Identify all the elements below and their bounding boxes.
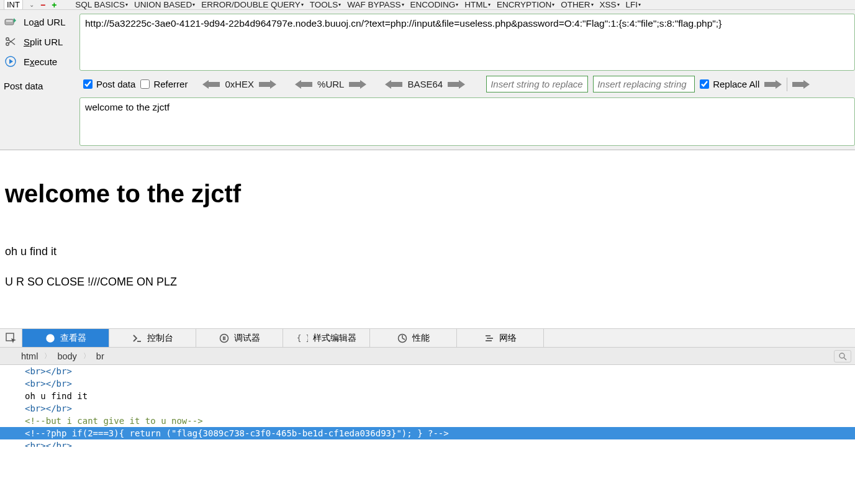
svg-point-30 xyxy=(839,353,844,358)
page-text: U R SO CLOSE !///COME ON PLZ xyxy=(5,276,850,289)
divider xyxy=(787,78,787,91)
tab-inspector[interactable]: 查看器 xyxy=(22,329,109,347)
svg-line-26 xyxy=(402,338,405,340)
referrer-checkbox[interactable]: Referrer xyxy=(140,79,188,89)
options-row: Post data Referrer 0xHEX %URL BASE64 Rep… xyxy=(79,76,855,92)
dom-node[interactable]: <br></br> xyxy=(25,439,855,447)
menu-html[interactable]: HTML▾ xyxy=(464,0,491,9)
play-icon xyxy=(4,56,17,67)
arrow-right-icon[interactable] xyxy=(792,79,810,90)
urlencode-button[interactable]: %URL xyxy=(317,79,344,89)
menu-sql-basics[interactable]: SQL BASICS▾ xyxy=(75,0,128,9)
split-url-button[interactable]: Split URL xyxy=(2,34,77,50)
post-data-input[interactable]: welcome to the zjctf xyxy=(79,97,855,146)
svg-marker-13 xyxy=(448,80,465,89)
replace-to-input[interactable] xyxy=(593,76,695,92)
svg-point-18 xyxy=(49,337,52,340)
svg-line-31 xyxy=(844,358,846,360)
url-input[interactable]: http://5a32225c-3ae0-4121-9d94-22b4d9647… xyxy=(79,14,855,71)
menu-encryption[interactable]: ENCRYPTION▾ xyxy=(497,0,554,9)
chevron-down-icon[interactable]: ⌄ xyxy=(29,1,34,8)
page-text: oh u find it xyxy=(5,245,850,258)
svg-rect-1 xyxy=(6,20,12,22)
arrow-right-icon[interactable] xyxy=(349,79,366,90)
menu-union-based[interactable]: UNION BASED▾ xyxy=(134,0,195,9)
dom-node[interactable]: <br></br> xyxy=(25,377,855,390)
load-url-button[interactable]: Load URL xyxy=(2,14,77,30)
svg-marker-8 xyxy=(202,80,220,89)
svg-marker-12 xyxy=(385,80,402,89)
arrow-left-icon[interactable] xyxy=(202,79,220,90)
devtools-tabs: 查看器 控制台 调试器 { } 样式编辑器 性能 网络 xyxy=(0,329,855,348)
menu-waf-bypass[interactable]: WAF BYPASS▾ xyxy=(347,0,404,9)
post-data-label: Post data xyxy=(2,78,77,94)
tab-performance[interactable]: 性能 xyxy=(370,329,457,347)
chevron-right-icon: 〉 xyxy=(83,351,90,361)
replace-from-input[interactable] xyxy=(486,76,588,92)
chevron-right-icon: 〉 xyxy=(44,351,51,361)
dom-tree[interactable]: <br></br> <br></br> oh u find it <br></b… xyxy=(0,365,855,447)
arrow-right-icon[interactable] xyxy=(448,79,465,90)
svg-marker-9 xyxy=(259,80,276,89)
svg-marker-14 xyxy=(764,80,782,89)
svg-point-20 xyxy=(220,334,228,342)
tab-console[interactable]: 控制台 xyxy=(109,329,196,347)
svg-text:{ }: { } xyxy=(297,334,308,343)
svg-marker-11 xyxy=(349,80,366,89)
arrow-right-icon[interactable] xyxy=(764,79,782,90)
breadcrumb-item[interactable]: body xyxy=(51,351,83,361)
int-dropdown[interactable]: INT xyxy=(4,0,23,10)
arrow-left-icon[interactable] xyxy=(385,79,402,90)
hackbar-main: http://5a32225c-3ae0-4121-9d94-22b4d9647… xyxy=(79,10,855,150)
minus-icon[interactable]: − xyxy=(40,0,45,10)
dom-node[interactable]: <br></br> xyxy=(25,365,855,377)
replace-all-checkbox[interactable]: Replace All xyxy=(700,79,759,89)
svg-rect-0 xyxy=(5,19,14,25)
search-icon[interactable] xyxy=(834,350,851,362)
breadcrumb: html 〉 body 〉 br xyxy=(0,348,855,365)
menu-xss[interactable]: XSS▾ xyxy=(600,0,620,9)
hex-button[interactable]: 0xHEX xyxy=(225,79,254,89)
menu-error-double[interactable]: ERROR/DOUBLE QUERY▾ xyxy=(201,0,304,9)
svg-rect-22 xyxy=(224,336,225,340)
svg-marker-7 xyxy=(9,59,13,64)
post-data-checkbox[interactable]: Post data xyxy=(83,79,135,89)
base64-button[interactable]: BASE64 xyxy=(407,79,443,89)
hackbar-sidebar: Load URL Split URL Execute Post data xyxy=(0,10,79,150)
menu-encoding[interactable]: ENCODING▾ xyxy=(410,0,459,9)
page-heading: welcome to the zjctf xyxy=(5,180,850,208)
breadcrumb-item[interactable]: html xyxy=(15,351,44,361)
dom-comment[interactable]: <!--but i cant give it to u now--> xyxy=(25,415,855,427)
arrow-right-icon[interactable] xyxy=(259,79,276,90)
tab-network[interactable]: 网络 xyxy=(457,329,544,347)
hackbar-panel: Load URL Split URL Execute Post data htt… xyxy=(0,10,855,150)
dom-node[interactable]: <br></br> xyxy=(25,402,855,415)
load-url-icon xyxy=(4,16,17,27)
page-body: welcome to the zjctf oh u find it U R SO… xyxy=(0,150,855,328)
plus-icon[interactable]: + xyxy=(52,0,57,10)
scissors-icon xyxy=(4,36,17,47)
svg-marker-15 xyxy=(792,80,810,89)
arrow-left-icon[interactable] xyxy=(295,79,312,90)
dom-comment-selected[interactable]: <!--?php if(2===3){ return ("flag{3089c7… xyxy=(0,427,855,439)
menu-other[interactable]: OTHER▾ xyxy=(561,0,593,9)
element-picker-button[interactable] xyxy=(0,329,22,347)
devtools-panel: 查看器 控制台 调试器 { } 样式编辑器 性能 网络 html 〉 body … xyxy=(0,328,855,447)
svg-rect-21 xyxy=(223,336,224,340)
svg-marker-10 xyxy=(295,80,312,89)
dom-text[interactable]: oh u find it xyxy=(25,390,855,402)
breadcrumb-item[interactable]: br xyxy=(90,351,111,361)
menu-tools[interactable]: TOOLS▾ xyxy=(310,0,342,9)
top-menu-bar: INT ⌄ − + SQL BASICS▾ UNION BASED▾ ERROR… xyxy=(0,0,855,10)
tab-debugger[interactable]: 调试器 xyxy=(196,329,283,347)
menu-lfi[interactable]: LFI▾ xyxy=(626,0,641,9)
execute-button[interactable]: Execute xyxy=(2,53,77,70)
tab-style-editor[interactable]: { } 样式编辑器 xyxy=(283,329,370,347)
